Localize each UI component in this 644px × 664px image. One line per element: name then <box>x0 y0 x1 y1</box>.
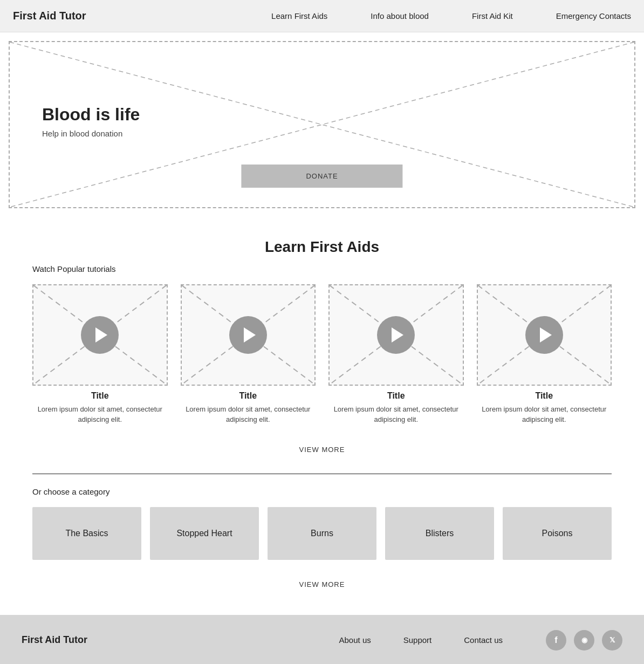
play-button-3[interactable] <box>525 316 563 354</box>
view-more-videos-wrap: VIEW MORE <box>32 436 612 458</box>
donate-button[interactable]: DONATE <box>241 165 402 188</box>
video-thumb-0[interactable] <box>32 284 168 386</box>
hero-subtitle: Help in blood donation <box>42 129 140 138</box>
footer-links: About us Support Contact us <box>339 635 503 645</box>
video-card-3: Title Lorem ipsum dolor sit amet, consec… <box>477 284 612 425</box>
footer-link-support[interactable]: Support <box>403 635 432 645</box>
hero-content: Blood is life Help in blood donation <box>42 105 140 138</box>
video-title-3: Title <box>477 391 612 401</box>
navbar: First Aid Tutor Learn First Aids Info ab… <box>0 0 644 32</box>
footer-link-about[interactable]: About us <box>339 635 371 645</box>
video-thumb-3[interactable] <box>477 284 612 386</box>
video-desc-1: Lorem ipsum dolor sit amet, consectetur … <box>181 404 316 425</box>
categories-row: The Basics Stopped Heart Burns Blisters … <box>32 507 612 560</box>
video-thumb-2[interactable] <box>328 284 464 386</box>
video-desc-2: Lorem ipsum dolor sit amet, consectetur … <box>328 404 464 425</box>
category-card-0[interactable]: The Basics <box>32 507 141 560</box>
video-card-0: Title Lorem ipsum dolor sit amet, consec… <box>32 284 168 425</box>
learn-subheading: Watch Popular tutorials <box>32 264 612 273</box>
categories-subheading: Or choose a category <box>32 487 612 496</box>
play-button-0[interactable] <box>81 316 119 354</box>
section-divider <box>32 474 612 474</box>
video-row: Title Lorem ipsum dolor sit amet, consec… <box>32 284 612 425</box>
nav-link-kit[interactable]: First Aid Kit <box>472 11 513 20</box>
video-thumb-1[interactable] <box>181 284 316 386</box>
twitter-icon[interactable]: 𝕏 <box>602 630 622 651</box>
footer-link-contact[interactable]: Contact us <box>464 635 503 645</box>
hero-section: Blood is life Help in blood donation DON… <box>9 41 635 208</box>
learn-heading: Learn First Aids <box>32 238 612 256</box>
instagram-icon[interactable]: ◉ <box>574 630 594 651</box>
category-card-4[interactable]: Poisons <box>503 507 612 560</box>
nav-link-learn[interactable]: Learn First Aids <box>271 11 327 20</box>
video-desc-3: Lorem ipsum dolor sit amet, consectetur … <box>477 404 612 425</box>
learn-section: Learn First Aids Watch Popular tutorials… <box>0 217 644 469</box>
play-button-1[interactable] <box>229 316 267 354</box>
categories-section: Or choose a category The Basics Stopped … <box>0 487 644 615</box>
category-card-3[interactable]: Blisters <box>385 507 494 560</box>
view-more-categories-button[interactable]: VIEW MORE <box>299 580 345 588</box>
hero-button-wrap: DONATE <box>241 165 402 188</box>
category-card-2[interactable]: Burns <box>268 507 376 560</box>
hero-title: Blood is life <box>42 105 140 125</box>
video-card-1: Title Lorem ipsum dolor sit amet, consec… <box>181 284 316 425</box>
nav-link-blood[interactable]: Info about blood <box>371 11 429 20</box>
footer: First Aid Tutor About us Support Contact… <box>0 615 644 664</box>
video-title-2: Title <box>328 391 464 401</box>
video-title-0: Title <box>32 391 168 401</box>
play-button-2[interactable] <box>377 316 415 354</box>
nav-brand: First Aid Tutor <box>13 10 86 22</box>
footer-socials: f ◉ 𝕏 <box>546 630 622 651</box>
nav-links: Learn First Aids Info about blood First … <box>271 11 631 21</box>
video-desc-0: Lorem ipsum dolor sit amet, consectetur … <box>32 404 168 425</box>
video-title-1: Title <box>181 391 316 401</box>
view-more-categories-wrap: VIEW MORE <box>32 571 612 593</box>
view-more-videos-button[interactable]: VIEW MORE <box>299 446 345 454</box>
facebook-icon[interactable]: f <box>546 630 566 651</box>
footer-brand: First Aid Tutor <box>22 634 87 646</box>
category-card-1[interactable]: Stopped Heart <box>150 507 259 560</box>
nav-link-emergency[interactable]: Emergency Contacts <box>556 11 631 20</box>
video-card-2: Title Lorem ipsum dolor sit amet, consec… <box>328 284 464 425</box>
